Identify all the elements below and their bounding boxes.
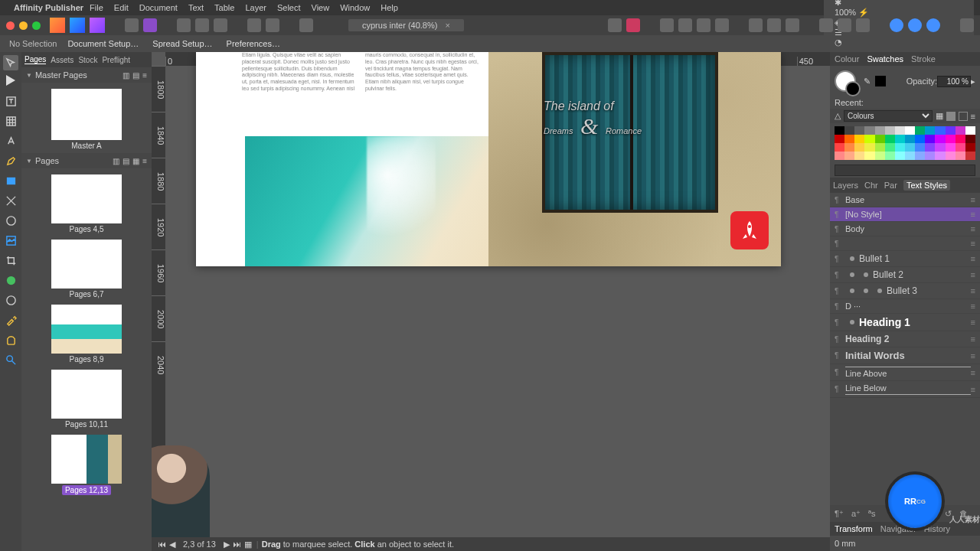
style-menu-icon[interactable]: ≡ (971, 318, 975, 327)
page-thumb[interactable] (51, 240, 122, 289)
page-thumb[interactable] (51, 370, 122, 419)
tab-text-styles[interactable]: Text Styles (903, 180, 950, 191)
view-tool[interactable] (3, 332, 18, 347)
palette-swatch[interactable] (875, 135, 885, 143)
menu-text[interactable]: Text (188, 3, 204, 12)
vector-crop-tool[interactable] (3, 253, 18, 268)
app-name[interactable]: Affinity Publisher (14, 3, 83, 12)
style-menu-icon[interactable]: ≡ (971, 195, 975, 204)
palette-swatch[interactable] (864, 143, 874, 152)
tab-transform[interactable]: Transform (835, 524, 873, 533)
toolbar-clip-icon[interactable] (214, 18, 227, 32)
palette-swatch[interactable] (885, 143, 895, 152)
palette-swatch[interactable] (895, 152, 905, 160)
palette-swatch[interactable] (864, 152, 874, 160)
preferences-button[interactable]: Preferences… (227, 39, 280, 48)
toolbar-wrap-icon[interactable] (266, 18, 279, 32)
document-setup-button[interactable]: Document Setup… (67, 39, 139, 48)
color-picker-tool[interactable] (3, 312, 18, 328)
document-tab[interactable]: cyprus inter (40.8%) × (348, 19, 464, 31)
toolbar-align-right-icon[interactable] (786, 18, 799, 32)
palette-swatch[interactable] (956, 135, 965, 143)
rectangle-tool[interactable] (3, 173, 18, 188)
menu-table[interactable]: Table (214, 3, 234, 12)
para-style-icon[interactable]: ¶⁺ (835, 509, 844, 519)
page-menu-icon[interactable]: ≡ (142, 157, 147, 165)
palette-swatch[interactable] (895, 126, 905, 135)
palette-swatch[interactable] (915, 152, 925, 160)
spread-pages-12-13[interactable]: Etiam ligula. Quisque vitae velit ac sap… (196, 52, 781, 266)
palette-swatch[interactable] (844, 135, 854, 143)
palette-view-icon[interactable]: ▦ (936, 111, 943, 121)
pen-tool[interactable] (3, 153, 18, 168)
style-menu-icon[interactable]: ≡ (971, 368, 975, 377)
toolbar-account-icon[interactable] (960, 18, 974, 32)
swatch-search-input[interactable] (835, 165, 975, 176)
opacity-stepper-icon[interactable]: ▸ (971, 77, 975, 86)
artistic-text-tool[interactable] (3, 133, 18, 148)
palette-swatch[interactable] (935, 126, 945, 135)
palette-swatch[interactable] (946, 143, 956, 152)
text-style-row[interactable]: ¶D ···≡ (830, 299, 980, 314)
tab-chr[interactable]: Chr (864, 181, 878, 190)
palette-swatch[interactable] (956, 143, 965, 152)
tab-pages[interactable]: Pages (24, 55, 46, 64)
status-bluetooth-icon[interactable]: ✱ (835, 0, 974, 8)
palette-swatch[interactable] (925, 126, 935, 135)
close-tab-icon[interactable]: × (445, 21, 449, 30)
toolbar-anchor-icon[interactable] (247, 18, 261, 32)
current-color[interactable] (875, 76, 886, 86)
page-facing-icon[interactable]: ▥ (113, 157, 119, 165)
page-thumb[interactable] (51, 174, 122, 223)
palette-swatch[interactable] (835, 135, 844, 143)
palette-swatch[interactable] (946, 126, 956, 135)
menu-document[interactable]: Document (139, 3, 178, 12)
palette-swatch[interactable] (885, 152, 895, 160)
tab-layers[interactable]: Layers (833, 181, 858, 190)
palette-type-icon[interactable]: △ (835, 111, 841, 121)
palette-swatch[interactable] (895, 135, 905, 143)
spread-view-icon[interactable]: ▦ (244, 540, 252, 549)
ellipse-tool[interactable] (3, 193, 18, 208)
master-thumb[interactable] (51, 89, 122, 140)
status-battery[interactable]: 100% ⚡ (835, 8, 974, 18)
prev-page-icon[interactable]: ◀ (169, 540, 175, 549)
page-thumb[interactable] (51, 305, 122, 354)
toolbar-arrange-4-icon[interactable] (715, 18, 729, 32)
page-thumb[interactable] (51, 435, 122, 484)
status-clock-icon[interactable]: ◔ (835, 37, 974, 47)
toolbar-preview-icon[interactable] (299, 18, 313, 32)
palette-swatch[interactable] (915, 143, 925, 152)
toolbar-baseline-icon[interactable] (143, 18, 157, 32)
palette-swatch[interactable] (844, 126, 854, 135)
toolbar-display-3-icon[interactable] (926, 18, 940, 32)
palette-swatch[interactable] (956, 152, 965, 160)
style-menu-icon[interactable]: ≡ (971, 270, 975, 279)
tab-par[interactable]: Par (884, 181, 897, 190)
master-add-icon[interactable]: ▥ (122, 71, 129, 80)
palette-swatch[interactable] (925, 135, 935, 143)
palette-swatch[interactable] (965, 143, 975, 152)
palette-swatch[interactable] (875, 143, 885, 152)
palette-swatch[interactable] (915, 135, 925, 143)
style-menu-icon[interactable]: ≡ (971, 385, 975, 394)
window-minimize-icon[interactable] (19, 21, 28, 30)
toolbar-display-1-icon[interactable] (890, 18, 903, 32)
palette-swatch[interactable] (965, 126, 975, 135)
toolbar-distribute-2-icon[interactable] (838, 18, 851, 32)
persona-designer-icon[interactable] (70, 18, 85, 33)
spread-setup-button[interactable]: Spread Setup… (152, 39, 212, 48)
opacity-input[interactable] (937, 76, 971, 87)
text-style-row[interactable]: ¶Bullet 1≡ (830, 251, 980, 267)
palette-swatch[interactable] (925, 152, 935, 160)
palette-swatch[interactable] (854, 152, 864, 160)
palette-swatch[interactable] (905, 135, 915, 143)
toolbar-distribute-3-icon[interactable] (856, 18, 870, 32)
toolbar-align-center-icon[interactable] (767, 18, 781, 32)
text-style-row[interactable]: ¶≡ (830, 236, 980, 251)
canvas-area[interactable]: 0501001502002503003504004500501001502002… (152, 52, 830, 537)
toolbar-arrange-1-icon[interactable] (660, 18, 674, 32)
master-menu-icon[interactable]: ≡ (142, 71, 147, 80)
palette-swatch[interactable] (854, 126, 864, 135)
toolbar-display-2-icon[interactable] (908, 18, 922, 32)
